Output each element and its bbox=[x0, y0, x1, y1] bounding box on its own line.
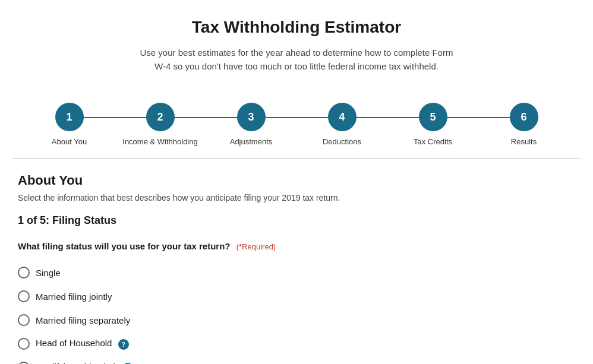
step-1-label: About You bbox=[52, 137, 87, 146]
radio-qualifying-widow-input[interactable] bbox=[18, 362, 30, 364]
page-title: Tax Withholding Estimator bbox=[12, 18, 581, 37]
section-subtitle: Select the information that best describ… bbox=[18, 193, 575, 202]
step-4[interactable]: 4 Deductions bbox=[296, 103, 387, 146]
step-1-circle: 1 bbox=[55, 103, 84, 131]
radio-qualifying-widow[interactable]: Qualifying widow(er) ? bbox=[18, 356, 575, 364]
step-2-circle: 2 bbox=[146, 103, 175, 131]
step-4-label: Deductions bbox=[323, 137, 361, 146]
radio-single[interactable]: Single bbox=[18, 261, 575, 284]
content-area: About You Select the information that be… bbox=[0, 159, 593, 364]
step-3[interactable]: 3 Adjustments bbox=[206, 103, 296, 146]
step-heading: 1 of 5: Filing Status bbox=[18, 214, 575, 227]
step-3-label: Adjustments bbox=[230, 137, 273, 146]
step-2-label: Income & Withholding bbox=[122, 137, 197, 146]
head-of-household-help-icon[interactable]: ? bbox=[118, 339, 129, 350]
radio-married-separately[interactable]: Married filing separately bbox=[18, 308, 575, 332]
step-5[interactable]: 5 Tax Credits bbox=[387, 103, 478, 146]
page-subtitle: Use your best estimates for the year ahe… bbox=[89, 46, 504, 73]
radio-married-jointly-label: Married filing jointly bbox=[36, 292, 112, 302]
radio-head-of-household[interactable]: Head of Household ? bbox=[18, 332, 575, 356]
step-5-label: Tax Credits bbox=[414, 137, 452, 146]
radio-qualifying-widow-label: Qualifying widow(er) ? bbox=[36, 362, 133, 364]
stepper: 1 About You 2 Income & Withholding 3 Adj… bbox=[0, 85, 593, 158]
radio-head-of-household-label: Head of Household ? bbox=[36, 338, 129, 349]
radio-married-jointly-input[interactable] bbox=[18, 290, 30, 302]
radio-single-label: Single bbox=[36, 268, 61, 278]
page-header: Tax Withholding Estimator Use your best … bbox=[0, 0, 593, 85]
section-title: About You bbox=[18, 173, 575, 188]
step-6-circle: 6 bbox=[510, 103, 538, 131]
step-3-circle: 3 bbox=[237, 103, 266, 131]
filing-status-group: Single Married filing jointly Married fi… bbox=[18, 261, 575, 364]
radio-married-separately-input[interactable] bbox=[18, 314, 30, 326]
step-4-circle: 4 bbox=[328, 103, 357, 131]
radio-married-jointly[interactable]: Married filing jointly bbox=[18, 284, 575, 308]
radio-married-separately-label: Married filing separately bbox=[36, 315, 130, 325]
question-label: What filing status will you use for your… bbox=[18, 241, 575, 251]
step-1[interactable]: 1 About You bbox=[24, 103, 115, 146]
step-2[interactable]: 2 Income & Withholding bbox=[115, 103, 206, 146]
step-6-label: Results bbox=[511, 137, 537, 146]
step-5-circle: 5 bbox=[419, 103, 447, 131]
radio-head-of-household-input[interactable] bbox=[18, 338, 30, 350]
radio-single-input[interactable] bbox=[18, 267, 30, 278]
step-6[interactable]: 6 Results bbox=[478, 103, 569, 146]
required-mark: (*Required) bbox=[236, 242, 276, 251]
